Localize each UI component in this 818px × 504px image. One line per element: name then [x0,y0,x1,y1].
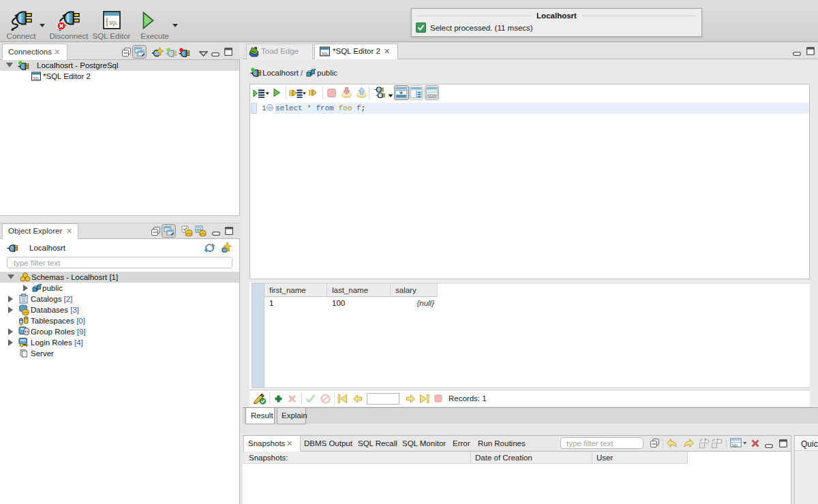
svg-text:SQL: SQL [33,76,40,81]
svg-text:SQL: SQL [109,20,118,26]
svg-text:SQL: SQL [322,52,329,57]
svg-text:SQL: SQL [732,443,739,448]
